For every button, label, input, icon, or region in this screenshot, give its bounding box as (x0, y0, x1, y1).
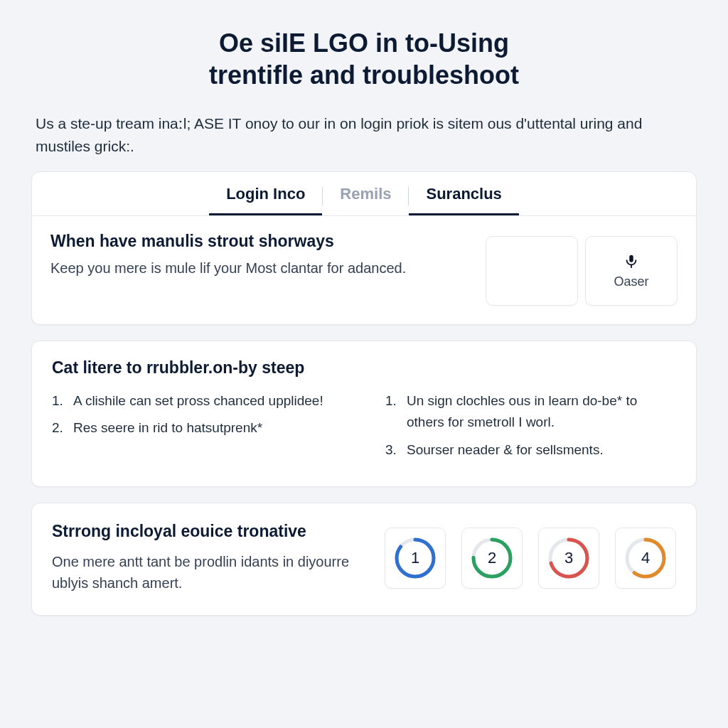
tab-remils[interactable]: Remils (323, 185, 408, 215)
section2-heading: Cat litere to rrubbler.on-by steep (52, 358, 676, 378)
section3-body: One mere antt tant be prodlin idants in … (52, 551, 366, 594)
step-text: Un sign clochles ous in learn do-be* to … (407, 390, 676, 434)
step-number: 3. (385, 439, 400, 461)
list-item: 3.Sourser neader & for sellsments. (385, 439, 676, 461)
tabs-card: Login IncoRemilsSuranclus When have manu… (31, 171, 697, 325)
mic-icon (623, 253, 639, 269)
step-number: 1. (385, 390, 400, 434)
intro-paragraph: Us a ste‑up tream inaːl; ASE IT onoy to … (36, 112, 692, 157)
step-number: 2. (52, 417, 66, 439)
step-text: Res seere in rid to hatsutprenk* (73, 417, 262, 439)
tab-suranclus[interactable]: Suranclus (409, 185, 518, 215)
section1-heading: When have manulis strout shorways (50, 232, 471, 251)
action-blank-button[interactable]: . (486, 236, 578, 306)
list-item: 2.Res seere in rid to hatsutprenk* (52, 417, 343, 439)
progress-number: 3 (547, 537, 590, 579)
title-line-1: Oe siIE LGO in to-Using (219, 28, 509, 58)
progress-circle-3: 3 (538, 528, 599, 589)
section1-body: Keep you mere is mule lif your Most clan… (50, 258, 471, 279)
progress-circle-4: 4 (615, 528, 676, 589)
page-title: Oe siIE LGO in to-Using trentifle and tr… (122, 27, 606, 91)
progress-number: 2 (471, 537, 513, 579)
action-group: . Oaser (486, 236, 678, 306)
progress-circle-2: 2 (461, 528, 523, 589)
circles-card: Strrong incloyal eouice tronative One me… (31, 503, 697, 616)
progress-number: 4 (624, 537, 667, 579)
step-number: 1. (52, 390, 66, 412)
title-line-2: trentifle and troubleshoot (209, 60, 519, 90)
steps-card: Cat litere to rrubbler.on-by steep 1.A c… (31, 341, 697, 487)
action-oaser-button[interactable]: Oaser (585, 236, 678, 306)
list-item: 1.A clishile can set pross chanced uppli… (52, 390, 343, 412)
tab-login-inco[interactable]: Login Inco (209, 185, 322, 215)
svg-rect-0 (629, 255, 633, 262)
step-text: A clishile can set pross chanced upplide… (73, 390, 323, 412)
tabs-row: Login IncoRemilsSuranclus (32, 172, 696, 216)
steps-right-col: 1.Un sign clochles ous in learn do-be* t… (385, 390, 676, 466)
progress-circles-row: 1234 (385, 528, 676, 589)
list-item: 1.Un sign clochles ous in learn do-be* t… (385, 390, 676, 434)
progress-number: 1 (394, 537, 437, 579)
progress-circle-1: 1 (385, 528, 446, 589)
step-text: Sourser neader & for sellsments. (407, 439, 604, 461)
action-label: Oaser (614, 274, 648, 289)
section3-heading: Strrong incloyal eouice tronative (52, 522, 366, 541)
steps-left-col: 1.A clishile can set pross chanced uppli… (52, 390, 343, 466)
